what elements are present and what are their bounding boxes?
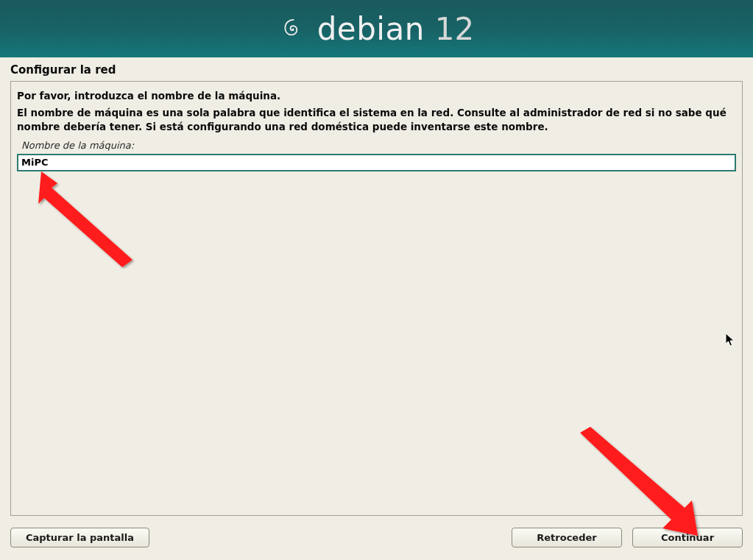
page-title: Configurar la red: [0, 57, 753, 81]
brand-name: debian: [317, 11, 425, 47]
prompt-text: Por favor, introduzca el nombre de la má…: [17, 89, 736, 103]
debian-swirl-icon: [279, 15, 307, 43]
continue-button[interactable]: Continuar: [632, 528, 743, 547]
banner-content: debian 12: [279, 11, 475, 47]
hostname-input[interactable]: [17, 154, 736, 171]
configure-network-panel: Por favor, introduzca el nombre de la má…: [10, 81, 743, 516]
hostname-label: Nombre de la máquina:: [21, 140, 736, 151]
description-text: El nombre de máquina es una sola palabra…: [17, 106, 736, 134]
screenshot-button[interactable]: Capturar la pantalla: [10, 528, 149, 547]
installer-banner: debian 12: [0, 0, 753, 57]
brand-version: 12: [435, 11, 474, 47]
back-button[interactable]: Retroceder: [512, 528, 622, 547]
bottom-toolbar: Capturar la pantalla Retroceder Continua…: [0, 523, 753, 560]
main-area: Por favor, introduzca el nombre de la má…: [0, 81, 753, 523]
